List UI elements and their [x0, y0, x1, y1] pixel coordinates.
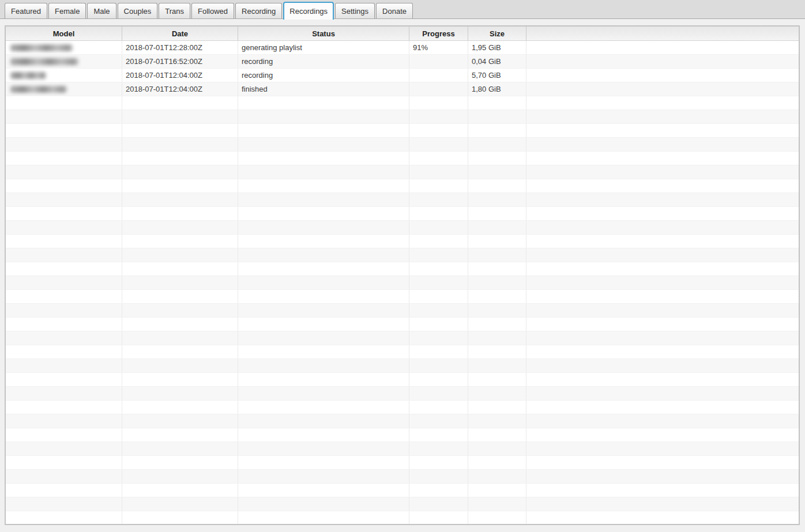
empty-row — [6, 276, 799, 290]
cell-filler — [526, 373, 799, 386]
cell-status — [238, 276, 409, 289]
cell-filler — [526, 96, 799, 110]
cell-date — [122, 110, 238, 123]
tab-female[interactable]: Female — [48, 3, 86, 18]
cell-date — [122, 262, 238, 276]
tab-recordings[interactable]: Recordings — [283, 2, 334, 20]
cell-size — [468, 110, 526, 123]
cell-date — [122, 304, 238, 317]
cell-model — [6, 193, 122, 206]
cell-model — [6, 55, 122, 68]
cell-filler — [526, 470, 799, 483]
cell-date — [122, 235, 238, 248]
cell-model — [6, 262, 122, 276]
cell-progress — [409, 207, 468, 220]
cell-status: recording — [238, 55, 409, 68]
tab-settings[interactable]: Settings — [335, 3, 375, 18]
table-body: 2018-07-01T12:28:00Zgenerating playlist9… — [6, 41, 799, 525]
tab-couples[interactable]: Couples — [118, 3, 158, 18]
cell-status — [238, 96, 409, 110]
cell-size — [468, 497, 526, 511]
cell-model — [6, 110, 122, 123]
cell-filler — [526, 193, 799, 206]
cell-date — [122, 331, 238, 345]
cell-model — [6, 124, 122, 137]
table-row[interactable]: 2018-07-01T12:04:00Zfinished1,80 GiB — [6, 82, 799, 96]
redacted-model-name — [10, 58, 78, 65]
cell-date — [122, 414, 238, 428]
cell-date — [122, 193, 238, 206]
empty-row — [6, 179, 799, 193]
cell-model — [6, 41, 122, 54]
cell-date — [122, 165, 238, 179]
cell-progress — [409, 442, 468, 455]
table-row[interactable]: 2018-07-01T16:52:00Zrecording0,04 GiB — [6, 55, 799, 69]
cell-filler — [526, 276, 799, 289]
cell-filler — [526, 456, 799, 469]
cell-size — [468, 179, 526, 193]
cell-model — [6, 414, 122, 428]
cell-model — [6, 82, 122, 96]
column-header-date[interactable]: Date — [122, 27, 238, 40]
tab-recording[interactable]: Recording — [235, 3, 282, 18]
cell-status — [238, 110, 409, 123]
cell-model — [6, 304, 122, 317]
cell-date — [122, 221, 238, 234]
cell-size: 1,95 GiB — [468, 41, 526, 54]
cell-status — [238, 497, 409, 511]
column-header-model[interactable]: Model — [6, 27, 122, 40]
tab-male[interactable]: Male — [87, 3, 116, 18]
cell-status — [238, 359, 409, 372]
cell-model — [6, 276, 122, 289]
column-header-size[interactable]: Size — [468, 27, 526, 40]
cell-date — [122, 179, 238, 193]
cell-size — [468, 304, 526, 317]
tab-featured[interactable]: Featured — [5, 3, 47, 18]
cell-model — [6, 221, 122, 234]
cell-size — [468, 318, 526, 331]
cell-status — [238, 511, 409, 525]
cell-filler — [526, 304, 799, 317]
cell-size — [468, 124, 526, 137]
cell-filler — [526, 124, 799, 137]
table-header: ModelDateStatusProgressSize — [6, 27, 799, 41]
empty-row — [6, 152, 799, 165]
cell-filler — [526, 484, 799, 497]
cell-status — [238, 290, 409, 303]
column-header-progress[interactable]: Progress — [409, 27, 468, 40]
cell-filler — [526, 290, 799, 303]
cell-model — [6, 401, 122, 414]
cell-date — [122, 290, 238, 303]
cell-progress — [409, 428, 468, 442]
cell-date — [122, 359, 238, 372]
cell-status — [238, 484, 409, 497]
empty-row — [6, 345, 799, 359]
tab-trans[interactable]: Trans — [159, 3, 190, 18]
cell-progress — [409, 484, 468, 497]
column-header-status[interactable]: Status — [238, 27, 409, 40]
empty-row — [6, 262, 799, 276]
cell-size — [468, 290, 526, 303]
cell-date: 2018-07-01T16:52:00Z — [122, 55, 238, 68]
empty-row — [6, 387, 799, 401]
cell-model — [6, 318, 122, 331]
cell-size: 1,80 GiB — [468, 82, 526, 96]
cell-model — [6, 511, 122, 525]
tab-donate[interactable]: Donate — [376, 3, 413, 18]
empty-row — [6, 470, 799, 484]
cell-progress — [409, 69, 468, 82]
table-row[interactable]: 2018-07-01T12:28:00Zgenerating playlist9… — [6, 41, 799, 55]
tab-bar: FeaturedFemaleMaleCouplesTransFollowedRe… — [0, 0, 805, 19]
cell-model — [6, 345, 122, 359]
cell-status — [238, 414, 409, 428]
cell-date — [122, 428, 238, 442]
cell-filler — [526, 221, 799, 234]
tab-followed[interactable]: Followed — [191, 3, 234, 18]
empty-row — [6, 290, 799, 304]
cell-status — [238, 373, 409, 386]
cell-progress — [409, 124, 468, 137]
cell-size — [468, 470, 526, 483]
cell-filler — [526, 248, 799, 262]
cell-size — [468, 235, 526, 248]
table-row[interactable]: 2018-07-01T12:04:00Zrecording5,70 GiB — [6, 69, 799, 82]
